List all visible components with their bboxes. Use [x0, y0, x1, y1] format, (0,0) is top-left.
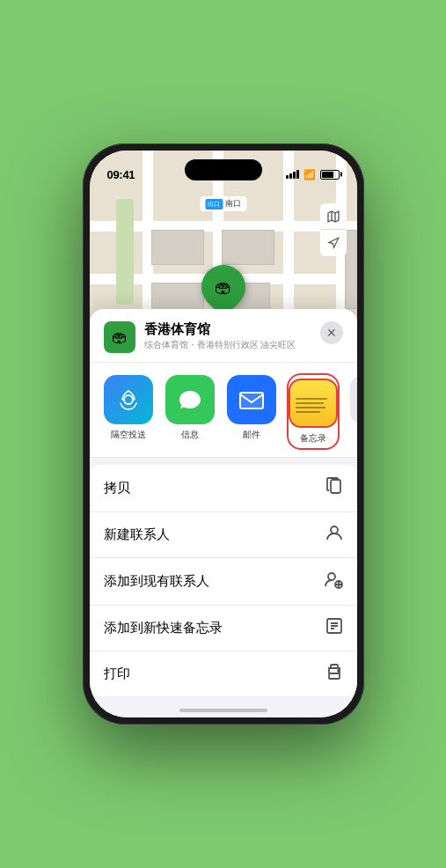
quick-note-label: 添加到新快速备忘录	[104, 620, 223, 636]
svg-point-18	[338, 670, 340, 672]
signal-icon	[286, 170, 299, 179]
bottom-sheet: 🏟 香港体育馆 综合体育馆・香港特别行政区 油尖旺区 ✕	[90, 309, 357, 717]
share-message[interactable]: 信息	[165, 375, 215, 448]
map-controls	[320, 203, 347, 256]
action-new-contact[interactable]: 新建联系人	[90, 512, 357, 558]
svg-point-4	[124, 395, 133, 404]
copy-label: 拷贝	[104, 480, 130, 497]
svg-point-7	[331, 526, 338, 533]
venue-title: 香港体育馆	[144, 321, 311, 337]
wifi-icon: 📶	[303, 169, 316, 180]
venue-info: 香港体育馆 综合体育馆・香港特别行政区 油尖旺区	[144, 321, 311, 350]
close-button[interactable]: ✕	[320, 321, 343, 344]
notes-label: 备忘录	[300, 432, 326, 445]
pin-icon: 🏟	[215, 277, 232, 298]
print-icon	[325, 663, 343, 685]
action-copy[interactable]: 拷贝	[90, 465, 357, 512]
action-list: 拷贝 新建联系人	[90, 465, 357, 696]
map-exit-label: 出口 南口	[200, 196, 246, 211]
svg-rect-16	[329, 673, 340, 679]
svg-rect-17	[331, 665, 338, 668]
svg-marker-3	[328, 238, 338, 247]
venue-card: 🏟 香港体育馆 综合体育馆・香港特别行政区 油尖旺区 ✕	[90, 309, 357, 363]
notes-icon-wrap	[289, 379, 338, 428]
venue-subtitle: 综合体育馆・香港特别行政区 油尖旺区	[144, 339, 311, 350]
action-print[interactable]: 打印	[90, 651, 357, 696]
svg-rect-5	[240, 393, 263, 408]
share-notes[interactable]: 备忘录	[289, 375, 338, 448]
mail-icon-wrap	[227, 375, 276, 424]
add-contact-icon	[324, 570, 343, 593]
airdrop-icon-wrap	[104, 375, 153, 424]
exit-tag: 出口	[205, 199, 223, 210]
mail-label: 邮件	[243, 429, 260, 441]
map-type-button[interactable]	[320, 203, 347, 230]
phone-frame: 09:41 📶	[83, 143, 364, 725]
dynamic-island	[185, 159, 262, 180]
message-icon-wrap	[165, 375, 215, 424]
svg-rect-6	[331, 480, 340, 493]
svg-marker-0	[328, 211, 339, 222]
share-airdrop[interactable]: 隔空投送	[104, 375, 153, 448]
new-contact-label: 新建联系人	[104, 526, 170, 543]
svg-point-8	[328, 573, 335, 580]
add-contact-label: 添加到现有联系人	[104, 573, 209, 590]
venue-logo: 🏟	[104, 321, 135, 353]
more-icon-wrap	[350, 375, 357, 424]
notes-lines-icon	[290, 391, 336, 416]
battery-icon	[320, 170, 340, 180]
copy-icon	[325, 476, 343, 500]
airdrop-label: 隔空投送	[111, 429, 146, 441]
home-indicator	[179, 709, 267, 712]
quick-note-icon	[325, 617, 343, 639]
share-more[interactable]: 其他	[350, 375, 357, 448]
share-row: 隔空投送 信息	[90, 363, 357, 458]
new-contact-icon	[325, 524, 343, 546]
phone-screen: 09:41 📶	[90, 151, 357, 717]
location-button[interactable]	[320, 230, 347, 256]
share-mail[interactable]: 邮件	[227, 375, 276, 448]
status-time: 09:41	[107, 168, 135, 181]
action-add-contact[interactable]: 添加到现有联系人	[90, 558, 357, 606]
print-label: 打印	[104, 666, 130, 682]
action-quick-note[interactable]: 添加到新快速备忘录	[90, 606, 357, 651]
status-icons: 📶	[286, 169, 340, 180]
message-label: 信息	[181, 429, 199, 441]
